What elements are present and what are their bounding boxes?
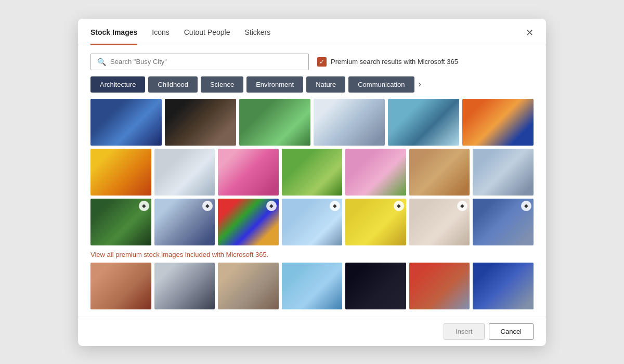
- category-nature[interactable]: Nature: [306, 76, 345, 93]
- tab-stickers[interactable]: Stickers: [244, 28, 270, 45]
- image-12[interactable]: [409, 149, 470, 196]
- category-communication[interactable]: Communication: [348, 76, 414, 93]
- image-18-premium[interactable]: ◆: [345, 199, 406, 245]
- image-10[interactable]: [282, 149, 343, 196]
- image-20-premium[interactable]: ◆: [473, 199, 534, 245]
- premium-checkbox[interactable]: ✓: [317, 57, 327, 67]
- category-childhood[interactable]: Childhood: [148, 76, 198, 93]
- image-25[interactable]: [345, 263, 406, 309]
- premium-link[interactable]: View all premium stock images included w…: [90, 249, 534, 263]
- image-row-2: [90, 149, 534, 196]
- tab-cutout-people[interactable]: Cutout People: [184, 28, 230, 45]
- stock-images-dialog: Stock Images Icons Cutout People Sticker…: [78, 19, 546, 346]
- tabs-bar: Stock Images Icons Cutout People Sticker…: [78, 19, 546, 45]
- image-26[interactable]: [409, 263, 470, 309]
- images-area: ◆ ◆ ◆ ◆ ◆ ◆ ◆: [78, 99, 546, 317]
- image-15-premium[interactable]: ◆: [154, 199, 215, 245]
- image-17-premium[interactable]: ◆: [282, 199, 343, 245]
- close-button[interactable]: ✕: [526, 28, 534, 45]
- image-5[interactable]: [388, 99, 459, 146]
- image-21[interactable]: [90, 263, 151, 309]
- premium-badge-19: ◆: [457, 201, 467, 211]
- image-27[interactable]: [473, 263, 534, 309]
- tab-stock-images[interactable]: Stock Images: [90, 28, 137, 45]
- image-3[interactable]: [239, 99, 310, 146]
- category-science[interactable]: Science: [201, 76, 243, 93]
- image-7[interactable]: [90, 149, 151, 196]
- premium-badge-14: ◆: [139, 201, 149, 211]
- premium-label: Premium search results with Microsoft 36…: [331, 58, 458, 66]
- premium-badge-15: ◆: [202, 201, 213, 211]
- image-8[interactable]: [154, 149, 215, 196]
- image-row-4: [90, 263, 534, 309]
- image-11[interactable]: [345, 149, 406, 196]
- image-1[interactable]: [90, 99, 162, 146]
- search-input[interactable]: [110, 58, 302, 66]
- image-2[interactable]: [165, 99, 236, 146]
- category-row: Architecture Childhood Science Environme…: [78, 76, 546, 99]
- image-row-1: [90, 99, 534, 146]
- tab-icons[interactable]: Icons: [152, 28, 169, 45]
- image-14-premium[interactable]: ◆: [90, 199, 151, 245]
- search-icon: 🔍: [97, 58, 106, 66]
- premium-badge-18: ◆: [394, 201, 404, 211]
- image-23[interactable]: [218, 263, 279, 309]
- image-24[interactable]: [282, 263, 343, 309]
- category-environment[interactable]: Environment: [246, 76, 303, 93]
- category-architecture[interactable]: Architecture: [90, 76, 145, 93]
- image-22[interactable]: [154, 263, 215, 309]
- premium-badge-17: ◆: [330, 201, 340, 211]
- cancel-button[interactable]: Cancel: [489, 323, 534, 340]
- premium-badge-20: ◆: [521, 201, 531, 211]
- image-19-premium[interactable]: ◆: [409, 199, 470, 245]
- premium-badge-16: ◆: [266, 201, 277, 211]
- insert-button[interactable]: Insert: [444, 323, 485, 340]
- search-box: 🔍: [90, 54, 309, 70]
- image-row-3-premium: ◆ ◆ ◆ ◆ ◆ ◆ ◆: [90, 199, 534, 245]
- dialog-footer: Insert Cancel: [78, 317, 546, 346]
- image-6[interactable]: [462, 99, 534, 146]
- search-row: 🔍 ✓ Premium search results with Microsof…: [78, 45, 546, 76]
- image-9[interactable]: [218, 149, 279, 196]
- premium-checkbox-row: ✓ Premium search results with Microsoft …: [317, 57, 458, 67]
- image-13[interactable]: [473, 149, 534, 196]
- image-16-premium[interactable]: ◆: [218, 199, 279, 245]
- category-next-arrow[interactable]: ›: [419, 80, 421, 89]
- image-4[interactable]: [314, 99, 385, 146]
